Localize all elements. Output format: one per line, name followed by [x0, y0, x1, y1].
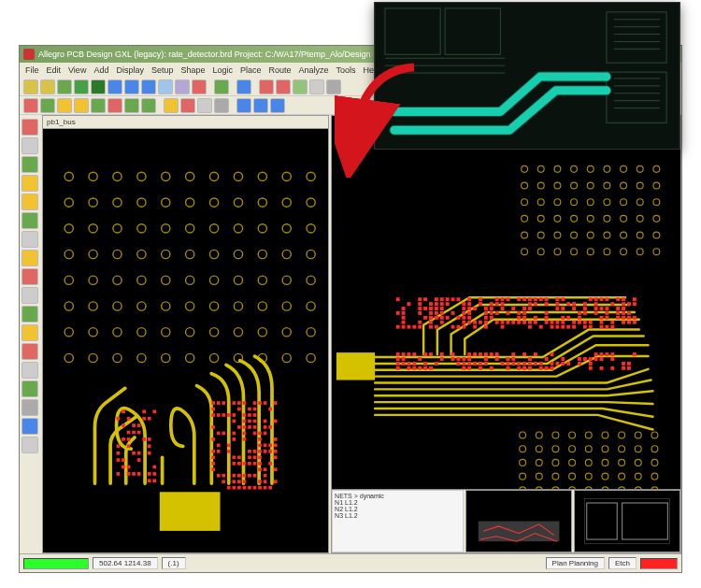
- vtool-button[interactable]: [21, 156, 38, 173]
- vtool-button[interactable]: [21, 194, 38, 210]
- vtool-button[interactable]: [21, 268, 38, 285]
- svg-rect-100: [217, 444, 221, 448]
- toolbar-button[interactable]: [107, 79, 122, 94]
- toolbar-button[interactable]: [236, 79, 251, 94]
- toolbar-button[interactable]: [141, 79, 156, 94]
- vtool-button[interactable]: [21, 287, 38, 304]
- toolbar-button[interactable]: [175, 79, 190, 94]
- vtool-button[interactable]: [21, 343, 38, 360]
- svg-rect-565: [479, 366, 482, 370]
- svg-rect-118: [232, 462, 236, 466]
- toolbar-button[interactable]: [180, 98, 195, 113]
- world-view-thumb-1[interactable]: [465, 490, 572, 552]
- svg-rect-446: [528, 297, 532, 301]
- vtool-button[interactable]: [21, 362, 38, 379]
- svg-rect-546: [429, 366, 433, 370]
- svg-rect-161: [258, 432, 262, 436]
- toolbar-button[interactable]: [23, 98, 38, 113]
- svg-rect-374: [429, 325, 433, 329]
- vtool-button[interactable]: [21, 119, 38, 136]
- toolbar-button[interactable]: [253, 79, 257, 94]
- menu-edit[interactable]: Edit: [47, 65, 62, 75]
- vtool-button[interactable]: [21, 212, 38, 229]
- menu-logic[interactable]: Logic: [212, 65, 233, 75]
- toolbar-button[interactable]: [253, 98, 268, 113]
- toolbar-button[interactable]: [259, 79, 274, 94]
- menu-add[interactable]: Add: [93, 65, 108, 75]
- svg-rect-196: [117, 452, 121, 455]
- menu-analyze[interactable]: Analyze: [299, 65, 329, 75]
- vtool-button[interactable]: [21, 137, 38, 154]
- menu-route[interactable]: Route: [269, 65, 292, 75]
- toolbar-button[interactable]: [141, 98, 156, 113]
- design-canvas-right[interactable]: NETS > dynamic N1 L1.2 N2 L1.2 N3 L1.2: [331, 115, 681, 553]
- svg-point-15: [162, 198, 170, 207]
- svg-rect-131: [243, 413, 247, 417]
- svg-rect-609: [600, 352, 604, 356]
- tab-active[interactable]: pb1_bus: [47, 118, 76, 126]
- svg-point-81: [162, 353, 170, 362]
- toolbar-button[interactable]: [197, 98, 212, 113]
- toolbar-button[interactable]: [91, 98, 106, 113]
- toolbar-button[interactable]: [192, 79, 207, 94]
- svg-rect-543: [423, 362, 427, 366]
- toolbar-button[interactable]: [231, 98, 235, 113]
- nets-panel[interactable]: NETS > dynamic N1 L1.2 N2 L1.2 N3 L1.2: [332, 490, 464, 552]
- menu-shape[interactable]: Shape: [180, 65, 205, 75]
- toolbar-button[interactable]: [270, 98, 285, 113]
- menu-display[interactable]: Display: [116, 65, 144, 75]
- svg-rect-220: [142, 417, 146, 421]
- svg-point-239: [637, 165, 643, 172]
- toolbar-button[interactable]: [74, 98, 89, 113]
- toolbar-button[interactable]: [208, 79, 212, 94]
- menu-file[interactable]: File: [25, 65, 39, 75]
- menu-setup[interactable]: Setup: [151, 65, 174, 75]
- svg-rect-544: [423, 366, 427, 370]
- design-canvas-left[interactable]: pb1_bus: [42, 115, 329, 553]
- svg-rect-557: [467, 352, 471, 356]
- toolbar-button[interactable]: [74, 79, 89, 94]
- toolbar-button[interactable]: [164, 98, 179, 113]
- vtool-button[interactable]: [21, 324, 38, 341]
- svg-rect-455: [539, 297, 543, 301]
- toolbar-button[interactable]: [158, 79, 173, 94]
- menu-tools[interactable]: Tools: [336, 65, 356, 75]
- toolbar-button[interactable]: [158, 98, 162, 113]
- svg-point-312: [651, 459, 658, 466]
- svg-point-236: [587, 165, 594, 172]
- toolbar-button[interactable]: [293, 79, 308, 94]
- toolbar-button[interactable]: [57, 79, 72, 94]
- toolbar-button[interactable]: [107, 98, 122, 113]
- svg-rect-212: [132, 452, 136, 455]
- svg-point-65: [307, 302, 315, 310]
- svg-rect-419: [490, 302, 494, 306]
- toolbar-button[interactable]: [236, 98, 251, 113]
- vtool-button[interactable]: [21, 231, 38, 248]
- vtool-button[interactable]: [21, 418, 38, 435]
- toolbar-button[interactable]: [23, 79, 38, 94]
- toolbar-button[interactable]: [326, 79, 341, 94]
- toolbar-button[interactable]: [276, 79, 291, 94]
- toolbar-button[interactable]: [40, 79, 55, 94]
- vtool-button[interactable]: [21, 306, 38, 323]
- toolbar-button[interactable]: [309, 79, 324, 94]
- vtool-button[interactable]: [21, 175, 38, 192]
- vtool-button[interactable]: [21, 250, 38, 266]
- vtool-button[interactable]: [21, 380, 38, 397]
- menu-place[interactable]: Place: [240, 65, 262, 75]
- menu-view[interactable]: View: [68, 65, 86, 75]
- toolbar-button[interactable]: [231, 79, 235, 94]
- world-view-thumb-2[interactable]: [574, 490, 680, 552]
- toolbar-button[interactable]: [214, 79, 229, 94]
- svg-rect-366: [423, 297, 427, 301]
- vtool-button[interactable]: [21, 437, 38, 453]
- toolbar-button[interactable]: [124, 98, 139, 113]
- svg-rect-394: [457, 316, 461, 320]
- toolbar-button[interactable]: [57, 98, 72, 113]
- toolbar-button[interactable]: [214, 98, 229, 113]
- svg-point-58: [137, 302, 146, 310]
- toolbar-button[interactable]: [91, 79, 106, 94]
- toolbar-button[interactable]: [124, 79, 139, 94]
- vtool-button[interactable]: [21, 399, 38, 416]
- toolbar-button[interactable]: [40, 98, 55, 113]
